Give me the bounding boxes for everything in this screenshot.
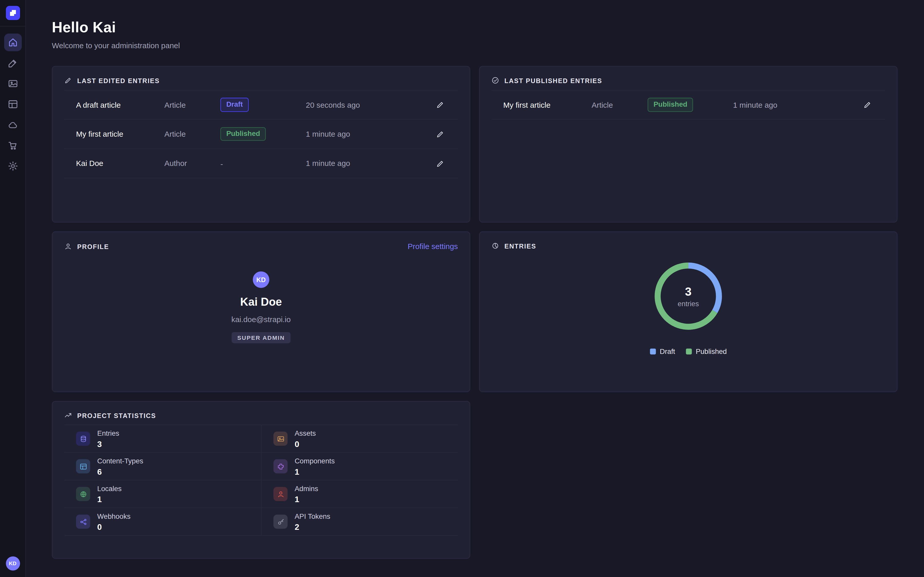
profile-name: Kai Doe [240, 296, 282, 309]
entries-header: ENTRIES [491, 242, 885, 250]
last-published-card: LAST PUBLISHED ENTRIES My first article … [479, 66, 898, 222]
stat-label: Webhooks [97, 512, 131, 520]
sidebar-divider [0, 26, 26, 26]
key-icon [273, 515, 288, 529]
donut-svg [650, 258, 726, 334]
table-row[interactable]: Kai Doe Author - 1 minute ago [64, 149, 458, 179]
card-title: LAST EDITED ENTRIES [77, 77, 160, 84]
cloud-icon [7, 119, 18, 130]
legend-label: Draft [660, 348, 675, 356]
last-edited-header: LAST EDITED ENTRIES [64, 76, 458, 84]
entry-time: 1 minute ago [306, 129, 435, 138]
sidebar-item-marketplace[interactable] [4, 137, 21, 155]
entries-donut: 3 entries Draft Published [491, 258, 885, 356]
entry-name: My first article [76, 129, 164, 138]
pencil-icon [436, 159, 444, 168]
entry-type: Article [165, 129, 220, 138]
sidebar-item-media-library[interactable] [4, 75, 21, 93]
sidebar-item-content-type-builder[interactable] [4, 95, 21, 113]
entries-card: ENTRIES 3 entries [479, 231, 898, 392]
entry-status-cell: - [220, 158, 306, 169]
donut-chart: 3 entries [650, 258, 726, 334]
sidebar-item-content-manager[interactable] [4, 54, 21, 72]
entry-type: Article [591, 100, 648, 109]
sidebar-item-deploy[interactable] [4, 116, 21, 134]
stat-label: API Tokens [295, 512, 330, 520]
card-title: ENTRIES [504, 242, 536, 250]
donut-segment-published [650, 258, 726, 334]
profile-card: PROFILE Profile settings KD Kai Doe kai.… [52, 231, 470, 392]
check-circle-icon [491, 76, 499, 84]
last-published-header: LAST PUBLISHED ENTRIES [491, 76, 885, 84]
pencil-icon [436, 130, 444, 138]
stat-label: Assets [295, 429, 316, 437]
profile-header: PROFILE Profile settings [64, 242, 458, 251]
stat-label: Admins [295, 484, 318, 492]
entry-name: A draft article [76, 100, 164, 109]
stat-value: 0 [97, 522, 131, 531]
stat-value: 6 [97, 467, 143, 476]
entry-status-cell: Published [648, 98, 733, 112]
status-badge: Published [220, 127, 266, 141]
sidebar-footer: KD [6, 556, 20, 571]
entry-time: 1 minute ago [733, 100, 862, 109]
page-title: Hello Kai [52, 19, 898, 36]
donut-legend: Draft Published [650, 348, 727, 356]
image-icon [7, 78, 18, 89]
last-published-table: My first article Article Published 1 min… [491, 90, 885, 119]
app-window: KD Hello Kai Welcome to your administrat… [0, 0, 924, 577]
stat-assets: Assets0 [261, 425, 458, 453]
entry-time: 1 minute ago [306, 159, 435, 168]
puzzle-icon [273, 459, 288, 474]
webhook-icon [76, 515, 90, 529]
profile-settings-link[interactable]: Profile settings [407, 242, 458, 251]
stat-value: 0 [295, 439, 316, 448]
entry-time: 20 seconds ago [306, 100, 435, 109]
card-title: PROFILE [77, 243, 109, 250]
strapi-logo[interactable] [6, 6, 20, 20]
stat-value: 3 [97, 439, 120, 448]
edit-entry-button[interactable] [434, 158, 446, 169]
entry-name: My first article [503, 100, 591, 109]
profile-email: kai.doe@strapi.io [231, 315, 291, 324]
layout-icon [7, 99, 18, 110]
chart-icon [491, 242, 499, 250]
strapi-logo-icon [8, 8, 18, 18]
entry-type: Article [165, 100, 220, 109]
stat-api-tokens: API Tokens2 [261, 508, 458, 536]
pencil-icon [64, 76, 72, 84]
stat-label: Content-Types [97, 456, 143, 465]
stat-admins: Admins1 [261, 480, 458, 508]
status-badge: Published [648, 98, 693, 112]
table-row[interactable]: My first article Article Published 1 min… [64, 119, 458, 149]
legend-swatch-draft [650, 348, 656, 355]
edit-entry-button[interactable] [862, 99, 874, 111]
sidebar-item-home[interactable] [4, 34, 21, 51]
status-empty: - [220, 159, 223, 168]
role-badge: SUPER ADMIN [231, 332, 291, 343]
card-title: LAST PUBLISHED ENTRIES [504, 77, 602, 84]
stat-webhooks: Webhooks0 [64, 508, 261, 536]
sidebar-item-settings[interactable] [4, 157, 21, 175]
status-badge: Draft [220, 98, 249, 112]
stat-value: 2 [295, 522, 330, 531]
stat-value: 1 [295, 494, 318, 504]
table-row[interactable]: My first article Article Published 1 min… [491, 90, 885, 119]
stat-components: Components1 [261, 453, 458, 480]
table-row[interactable]: A draft article Article Draft 20 seconds… [64, 90, 458, 119]
entry-status-cell: Published [220, 127, 306, 141]
stat-locales: Locales1 [64, 480, 261, 508]
database-icon [76, 432, 90, 446]
user-avatar[interactable]: KD [6, 556, 20, 571]
legend-item-published: Published [686, 348, 727, 356]
last-edited-table: A draft article Article Draft 20 seconds… [64, 90, 458, 178]
edit-entry-button[interactable] [434, 128, 446, 140]
pen-icon [7, 58, 18, 68]
edit-entry-button[interactable] [434, 99, 446, 111]
stat-label: Entries [97, 429, 120, 437]
stat-value: 1 [295, 467, 335, 476]
sidebar-nav [4, 34, 21, 175]
entry-name: Kai Doe [76, 159, 164, 168]
trend-up-icon [64, 412, 72, 419]
entry-status-cell: Draft [220, 98, 306, 112]
